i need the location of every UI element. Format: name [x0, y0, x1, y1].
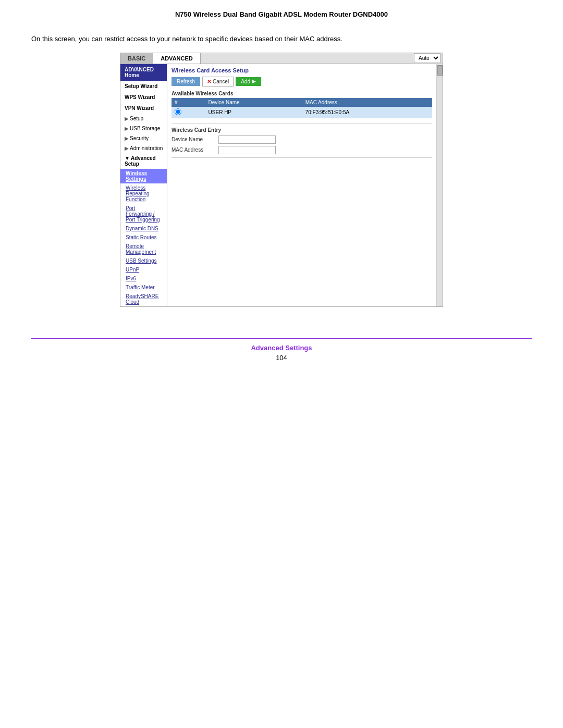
device-name-row: Device Name — [172, 135, 432, 144]
sidebar-wps-wizard[interactable]: WPS Wizard — [120, 92, 167, 103]
router-body: ADVANCED Home Setup Wizard WPS Wizard VP… — [120, 64, 443, 306]
sidebar-security[interactable]: ▶Security — [120, 133, 167, 143]
admin-arrow-icon: ▶ — [125, 145, 129, 151]
bottom-divider — [172, 157, 432, 158]
section-title: Wireless Card Access Setup — [172, 67, 432, 73]
tab-advanced[interactable]: ADVANCED — [153, 53, 201, 64]
col-header-mac: MAC Address — [302, 98, 432, 107]
row-radio[interactable] — [175, 108, 181, 115]
sidebar-sub-dynamic-dns[interactable]: Dynamic DNS — [120, 224, 167, 233]
router-ui: BASIC ADVANCED Auto ADVANCED Home Setup … — [120, 53, 443, 307]
sidebar-sub-static-routes[interactable]: Static Routes — [120, 233, 167, 242]
device-name-input[interactable] — [218, 135, 276, 144]
sidebar-sub-ipv6[interactable]: IPv6 — [120, 274, 167, 283]
table-cell-device: USER HP — [205, 107, 302, 118]
scroll-thumb[interactable] — [437, 65, 443, 76]
sidebar-sub-usb-settings[interactable]: USB Settings — [120, 256, 167, 265]
sidebar-administration[interactable]: ▶Administration — [120, 143, 167, 153]
main-content: Wireless Card Access Setup Refresh ✕ Can… — [167, 64, 436, 306]
mac-address-label: MAC Address — [172, 147, 218, 153]
divider — [172, 124, 432, 124]
sidebar-advanced-home[interactable]: ADVANCED Home — [120, 64, 167, 81]
usb-arrow-icon: ▶ — [125, 126, 129, 131]
sidebar-sub-readyshare-cloud[interactable]: ReadySHARE Cloud — [120, 292, 167, 306]
auto-select[interactable]: Auto — [414, 53, 440, 63]
sidebar-setup[interactable]: ▶Setup — [120, 114, 167, 124]
sidebar-vpn-wizard[interactable]: VPN Wizard — [120, 103, 167, 114]
security-arrow-icon: ▶ — [125, 135, 129, 141]
available-cards-label: Available Wireless Cards — [172, 91, 432, 96]
add-arrow-icon: ▶ — [252, 79, 256, 84]
intro-text: On this screen, you can restrict access … — [31, 34, 342, 44]
sidebar-sub-remote-management[interactable]: Remote Management — [120, 242, 167, 256]
table-row[interactable]: USER HP 70:F3:95:B1:E0:5A — [172, 107, 432, 118]
cancel-button[interactable]: ✕ Cancel — [202, 77, 234, 87]
footer-page: 104 — [31, 354, 532, 362]
advanced-setup-arrow-icon: ▼ — [125, 155, 130, 161]
mac-address-row: MAC Address — [172, 146, 432, 154]
sidebar: ADVANCED Home Setup Wizard WPS Wizard VP… — [120, 64, 167, 306]
action-bar: Refresh ✕ Cancel Add ▶ — [172, 77, 432, 87]
cancel-x-icon: ✕ — [207, 79, 211, 84]
sidebar-sub-wireless-settings[interactable]: Wireless Settings — [120, 169, 167, 183]
scrollbar[interactable] — [436, 64, 443, 306]
card-entry-title: Wireless Card Entry — [172, 127, 432, 133]
table-cell-mac: 70:F3:95:B1:E0:5A — [302, 107, 432, 118]
wireless-cards-table: # Device Name MAC Address USER HP — [172, 98, 432, 118]
tab-bar: BASIC ADVANCED Auto — [120, 53, 443, 64]
sidebar-setup-wizard[interactable]: Setup Wizard — [120, 81, 167, 92]
sidebar-sub-wireless-repeating[interactable]: Wireless Repeating Function — [120, 183, 167, 204]
page-title: N750 Wireless Dual Band Gigabit ADSL Mod… — [175, 10, 388, 18]
sidebar-advanced-setup[interactable]: ▼Advanced Setup — [120, 153, 167, 169]
table-cell-radio[interactable] — [172, 107, 205, 118]
footer-label: Advanced Settings — [31, 344, 532, 352]
setup-arrow-icon: ▶ — [125, 116, 129, 121]
refresh-button[interactable]: Refresh — [172, 77, 200, 86]
page-footer: Advanced Settings 104 — [31, 338, 532, 362]
mac-address-input[interactable] — [218, 146, 276, 154]
col-header-num: # — [172, 98, 205, 107]
sidebar-sub-upnp[interactable]: UPnP — [120, 265, 167, 274]
sidebar-usb-storage[interactable]: ▶USB Storage — [120, 124, 167, 133]
sidebar-sub-traffic-meter[interactable]: Traffic Meter — [120, 283, 167, 292]
add-button[interactable]: Add ▶ — [236, 77, 261, 86]
sidebar-sub-port-forwarding[interactable]: Port Forwarding / Port Triggering — [120, 204, 167, 224]
device-name-label: Device Name — [172, 137, 218, 142]
tab-basic[interactable]: BASIC — [120, 53, 153, 64]
col-header-device: Device Name — [205, 98, 302, 107]
